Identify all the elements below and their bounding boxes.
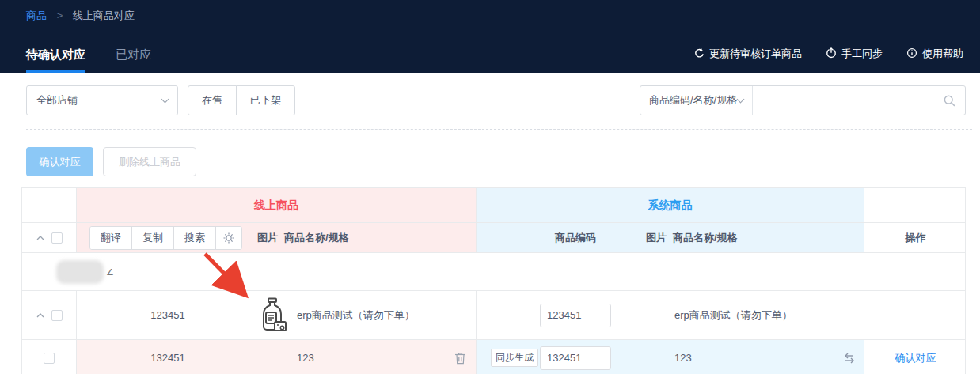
online-tools-group: 翻译 复制 搜索 — [89, 226, 242, 250]
breadcrumb-root-link[interactable]: 商品 — [26, 9, 47, 21]
topbar: 商品 > 线上商品对应 待确认对应 已对应 更新待审核订单商品 手工同步 使用帮… — [0, 0, 980, 73]
manual-sync-label: 手工同步 — [841, 47, 883, 61]
delete-online-product-button[interactable]: 删除线上商品 — [103, 147, 196, 176]
online-product-code: 123451 — [77, 309, 259, 321]
mapping-table: 线上商品 系统商品 翻译 复制 搜索 图片 — [21, 187, 966, 374]
off-shelf-button[interactable]: 已下架 — [236, 85, 295, 115]
system-name-col-header: 商品名称/规格 — [673, 231, 738, 245]
copy-button[interactable]: 复制 — [132, 227, 174, 249]
search-type-value: 商品编码/名称/规格 — [649, 93, 737, 108]
action-col-spacer — [864, 188, 967, 222]
row-action-cell — [864, 291, 967, 339]
online-product-name: erp商品测试（请勿下单） — [297, 308, 415, 323]
search-tool-button[interactable]: 搜索 — [174, 227, 216, 249]
tab-matched[interactable]: 已对应 — [116, 41, 151, 73]
row-checkbox[interactable] — [51, 310, 63, 321]
online-product-mapping-page: 商品 > 线上商品对应 待确认对应 已对应 更新待审核订单商品 手工同步 使用帮… — [0, 0, 980, 374]
help-button[interactable]: 使用帮助 — [906, 47, 963, 61]
shop-group-row: ∠ — [22, 252, 965, 290]
select-col-header — [22, 188, 76, 222]
shop-name-mark: ∠ — [106, 267, 114, 278]
breadcrumb: 商品 > 线上商品对应 — [26, 9, 135, 23]
help-label: 使用帮助 — [922, 47, 963, 61]
table-row: 132451 123 同步生成 123 确认对应 — [22, 339, 965, 374]
translate-button[interactable]: 翻译 — [90, 227, 132, 249]
confirm-mapping-link[interactable]: 确认对应 — [895, 351, 936, 365]
info-icon — [906, 47, 917, 61]
sync-generated-badge: 同步生成 — [491, 349, 538, 367]
dashed-divider — [26, 129, 972, 130]
chevron-down-icon — [737, 95, 745, 103]
update-pending-orders-button[interactable]: 更新待审核订单商品 — [693, 47, 802, 61]
table-column-header-row: 翻译 复制 搜索 图片 商品名称/规格 商品编码 图片 商品名称/规格 操作 — [22, 222, 965, 252]
row-collapse-caret-icon[interactable] — [36, 313, 44, 318]
trash-icon[interactable] — [454, 352, 466, 365]
chevron-down-icon — [161, 95, 169, 103]
collapse-all-caret-icon[interactable] — [36, 236, 44, 240]
breadcrumb-separator: > — [57, 9, 63, 21]
online-product-group-header: 线上商品 — [77, 198, 476, 213]
product-image-placeholder-icon — [259, 297, 287, 334]
action-col-header: 操作 — [906, 231, 926, 245]
update-pending-orders-label: 更新待审核订单商品 — [709, 47, 802, 61]
shop-name-redacted — [56, 260, 104, 284]
listing-status-filter: 在售 已下架 — [188, 85, 295, 115]
system-product-name: 123 — [674, 352, 692, 364]
online-name-col-header: 商品名称/规格 — [284, 231, 349, 245]
search-input[interactable] — [753, 86, 943, 115]
breadcrumb-current: 线上商品对应 — [73, 9, 135, 21]
system-code-input[interactable] — [540, 346, 611, 370]
system-code-input[interactable] — [540, 304, 611, 327]
confirm-mapping-button[interactable]: 确认对应 — [26, 147, 93, 176]
select-all-checkbox[interactable] — [51, 232, 63, 244]
swap-sync-icon[interactable] — [842, 352, 857, 365]
row-checkbox[interactable] — [44, 353, 55, 364]
system-code-col-header: 商品编码 — [555, 231, 596, 245]
topbar-actions: 更新待审核订单商品 手工同步 使用帮助 — [693, 47, 963, 61]
tab-pending-confirmation[interactable]: 待确认对应 — [26, 41, 85, 73]
tab-bar: 待确认对应 已对应 — [26, 41, 151, 73]
shop-select-value: 全部店铺 — [36, 93, 78, 108]
search-group: 商品编码/名称/规格 — [640, 85, 966, 115]
search-icon[interactable] — [943, 94, 956, 108]
gear-icon[interactable] — [216, 227, 241, 249]
search-type-select[interactable]: 商品编码/名称/规格 — [640, 86, 753, 115]
system-product-group-header: 系统商品 — [477, 198, 864, 213]
table-group-header-row: 线上商品 系统商品 — [22, 188, 965, 222]
online-image-col-header: 图片 — [257, 231, 278, 245]
manual-sync-button[interactable]: 手工同步 — [826, 47, 883, 61]
system-image-col-header: 图片 — [646, 231, 667, 245]
refresh-icon — [693, 47, 705, 61]
table-row: 123451 erp商品测试（请勿下单） — [22, 290, 965, 339]
upload-sync-icon — [826, 47, 837, 61]
shop-select[interactable]: 全部店铺 — [26, 85, 178, 115]
online-product-name: 123 — [297, 352, 314, 364]
system-product-name: erp商品测试（请勿下单） — [674, 308, 792, 323]
online-product-code: 132451 — [77, 352, 259, 364]
on-sale-button[interactable]: 在售 — [188, 85, 237, 115]
